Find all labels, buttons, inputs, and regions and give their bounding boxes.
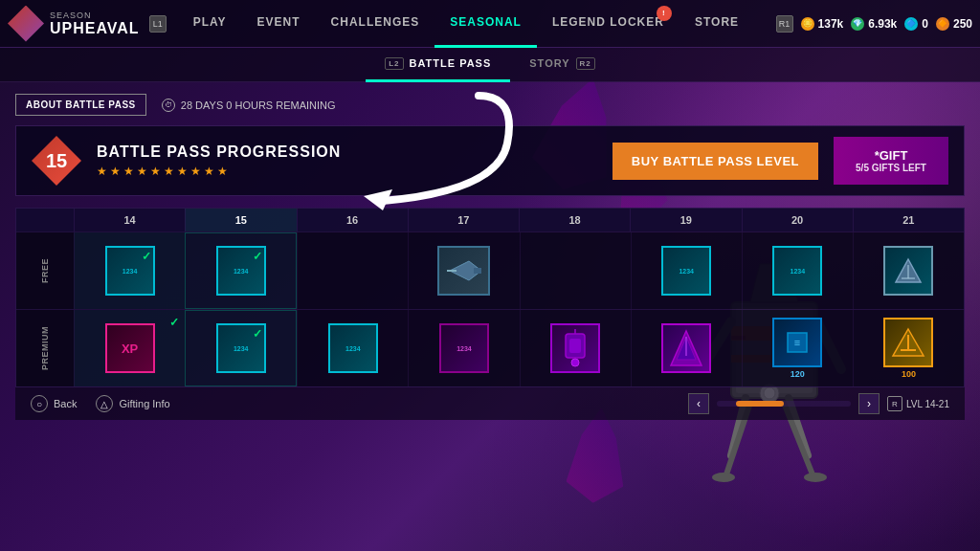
free-cell-19[interactable]: 1234 [631,232,742,309]
diamond-icon: 🔷 [904,17,918,31]
nav-item-legend-locker[interactable]: LEGEND LOCKER ! [537,0,679,48]
free-cell-21[interactable] [853,232,964,309]
top-nav: SEASON UPHEAVAL L1 PLAY EVENT CHALLENGES… [0,0,980,48]
nav-items: PLAY EVENT CHALLENGES SEASONAL LEGEND LO… [178,0,772,48]
subnav-story[interactable]: STORY R2 [510,48,614,82]
coins-amount-20: 120 [791,369,805,379]
free-label: FREE [16,232,74,309]
controller-r-icon: R [887,396,902,411]
premium-cell-18[interactable] [520,310,631,386]
stars-row: ★ ★ ★ ★ ★ ★ ★ ★ ★ ★ [97,165,597,178]
subnav-badge-r2: R2 [576,57,595,70]
nav-item-play[interactable]: PLAY [178,0,242,48]
scroll-left-button[interactable]: ‹ [688,393,709,414]
free-cell-14[interactable]: 1234 ✓ [74,232,185,309]
free-cell-16[interactable] [297,232,408,309]
level-col-18: 18 [519,209,630,231]
premium-label: PREMIUM [16,310,74,386]
scroll-fill [736,401,784,407]
gift-title: *GIFT [849,148,933,163]
gifting-info-button[interactable]: △ Gifting Info [96,395,169,412]
currency-coins: 🪙 137k [801,17,844,31]
scroll-right-button[interactable]: › [858,393,880,414]
premium-cell-20[interactable]: ≡ 120 [742,310,853,386]
gifting-controller-icon: △ [96,395,113,412]
nav-item-challenges[interactable]: CHALLENGES [316,0,435,48]
level-indicator: R LVL 14-21 [887,396,949,411]
premium-cell-16[interactable]: 1234 [297,310,408,386]
progression-info: BATTLE PASS PROGRESSION ★ ★ ★ ★ ★ ★ ★ ★ … [97,143,597,178]
svg-text:≡: ≡ [794,337,800,348]
season-label: SEASON [50,11,140,20]
level-col-14: 14 [74,209,185,231]
free-row: FREE 1234 ✓ [16,231,964,309]
level-col-17: 17 [408,209,519,231]
level-col-15: 15 [185,209,296,231]
special-icon: 🔶 [936,17,949,31]
free-cell-17[interactable] [408,232,519,309]
premium-cells: XP ✓ 1234 ✓ [74,310,964,386]
skin-item-19 [661,323,711,373]
premium-cell-21[interactable]: 100 [853,310,964,386]
nav-right: R1 🪙 137k 💎 6.93k 🔷 0 🔶 250 [772,15,972,33]
bottom-center: ‹ › R LVL 14-21 [688,393,949,414]
coin-icon: 🪙 [801,17,814,31]
currency-gems: 💎 6.93k [851,17,897,31]
grid-label-col-header [16,209,74,231]
progression-panel: 15 BATTLE PASS PROGRESSION ★ ★ ★ ★ ★ ★ ★… [15,125,965,196]
svg-rect-24 [569,339,581,353]
grid-rows: FREE 1234 ✓ [16,231,964,386]
free-cell-20[interactable]: 1234 [742,232,853,309]
premium-cell-19[interactable] [631,310,742,386]
clock-icon: ⏱ [162,99,175,112]
gift-sub: 5/5 Gifts Left [849,163,933,173]
apex-amount-21: 100 [902,369,916,379]
season-badge: L1 [149,15,167,33]
currency-special1: 🔷 0 [904,17,928,31]
free-cell-15[interactable]: 1234 ✓ [185,232,297,309]
season-name: UPHEAVAL [50,20,140,37]
premium-cell-17[interactable]: 1234 [408,310,519,386]
season-icon [8,6,44,42]
sub-nav: L2 BATTLE PASS STORY R2 [0,48,980,82]
nav-item-event[interactable]: EVENT [242,0,316,48]
nav-item-store[interactable]: STORE [679,0,754,48]
level-col-21: 21 [853,209,964,231]
free-cells: 1234 ✓ 1234 ✓ [74,232,964,309]
free-cell-18[interactable] [520,232,631,309]
apex-item-21 [883,318,933,367]
level-col-19: 19 [630,209,741,231]
svg-point-25 [571,359,579,366]
progression-title: BATTLE PASS PROGRESSION [97,143,597,161]
coins-item-20: ≡ [772,318,822,367]
bottom-bar: ○ Back △ Gifting Info ‹ › R LVL 14-21 [15,387,965,420]
level-cols-header: 14 15 16 17 18 19 20 21 [74,209,964,231]
buy-battle-pass-level-button[interactable]: BUY BATTLE PASS LEVEL [612,143,818,180]
store-badge: R1 [776,15,793,33]
weapon-icon-17 [437,246,490,296]
premium-cell-14[interactable]: XP ✓ [74,310,185,386]
about-row: ABOUT BATTLE PASS ⏱ 28 DAYS 0 HOURS REMA… [15,94,965,116]
season-text: SEASON UPHEAVAL [50,11,140,37]
svg-rect-18 [474,268,481,274]
gift-button[interactable]: *GIFT 5/5 Gifts Left [834,137,948,185]
level-col-20: 20 [742,209,853,231]
battle-pass-grid: 14 15 16 17 18 19 20 21 FREE [15,208,965,387]
bottom-left: ○ Back △ Gifting Info [31,395,170,412]
premium-row: PREMIUM XP ✓ [16,309,964,386]
back-controller-icon: ○ [31,395,48,412]
subnav-battle-pass[interactable]: L2 BATTLE PASS [366,48,510,82]
about-battle-pass-button[interactable]: ABOUT BATTLE PASS [15,94,146,116]
legend-locker-badge: ! [657,6,672,21]
xp-item: XP ✓ [105,323,155,373]
skin-item-18 [550,323,600,373]
main-content: ABOUT BATTLE PASS ⏱ 28 DAYS 0 HOURS REMA… [0,82,980,431]
gem-icon: 💎 [851,17,864,31]
back-button[interactable]: ○ Back [31,395,77,412]
nav-item-seasonal[interactable]: SEASONAL [434,0,537,48]
currency-special2: 🔶 250 [936,17,972,31]
level-badge: 15 [32,136,81,186]
level-col-16: 16 [297,209,408,231]
premium-cell-15[interactable]: 1234 ✓ [185,310,297,386]
checkmark-14-free: ✓ [142,250,151,263]
